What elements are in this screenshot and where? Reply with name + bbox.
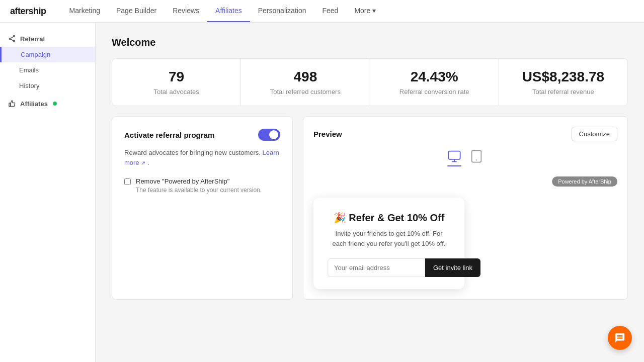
stat-value-conversion: 24.43%	[382, 69, 487, 85]
widget-input-row: Get invite link	[328, 258, 450, 277]
activate-card: Activate referral program Reward advocat…	[112, 116, 293, 300]
svg-point-1	[10, 38, 11, 40]
share-icon	[8, 35, 16, 43]
checkbox-text: Remove "Powered by AfterShip" The featur…	[136, 177, 262, 194]
stat-label-revenue: Total referral revenue	[511, 88, 615, 96]
preview-widget: 🎉 Refer & Get 10% Off Invite your friend…	[313, 198, 464, 289]
nav-affiliates[interactable]: Affiliates	[207, 0, 250, 22]
stat-label-referred: Total referred customers	[253, 88, 357, 96]
activate-title: Activate referral program	[124, 131, 214, 139]
stat-value-referred: 498	[253, 69, 357, 85]
checkbox-label: Remove "Powered by AfterShip"	[136, 177, 262, 185]
customize-button[interactable]: Customize	[572, 127, 617, 141]
stat-value-revenue: US$8,238.78	[511, 69, 615, 85]
activate-description: Reward advocates for bringing new custom…	[124, 148, 280, 167]
sidebar-item-emails[interactable]: Emails	[0, 62, 95, 78]
nav-personalization[interactable]: Personalization	[250, 0, 314, 22]
stat-value-advocates: 79	[124, 69, 228, 85]
svg-rect-5	[9, 103, 11, 107]
sidebar: Referral Campaign Emails History Affilia…	[0, 23, 96, 362]
nav-marketing[interactable]: Marketing	[61, 0, 108, 22]
external-link-icon: ↗	[141, 160, 145, 166]
nav-page-builder[interactable]: Page Builder	[108, 0, 165, 22]
nav-reviews[interactable]: Reviews	[165, 0, 207, 22]
activate-header: Activate referral program	[124, 129, 280, 141]
stat-label-advocates: Total advocates	[124, 88, 228, 96]
tablet-icon	[469, 149, 484, 163]
desktop-active-underline	[447, 165, 461, 166]
widget-description: Invite your friends to get 10% off. For …	[328, 229, 450, 248]
nav-more[interactable]: More ▾	[346, 0, 384, 22]
svg-line-4	[11, 39, 13, 41]
top-nav: aftership Marketing Page Builder Reviews…	[0, 0, 644, 23]
logo: aftership	[10, 6, 46, 17]
sidebar-item-history[interactable]: History	[0, 78, 95, 94]
stats-row: 79 Total advocates 498 Total referred cu…	[112, 58, 628, 106]
preview-title: Preview	[313, 130, 342, 138]
desktop-device-icon[interactable]	[447, 149, 461, 166]
checkbox-row: Remove "Powered by AfterShip" The featur…	[124, 177, 280, 194]
page-title: Welcome	[112, 37, 628, 48]
tablet-device-icon[interactable]	[469, 149, 484, 166]
affiliates-notification-dot	[53, 102, 57, 106]
widget-invite-button[interactable]: Get invite link	[425, 258, 480, 277]
svg-line-3	[11, 37, 13, 38]
sidebar-referral-group[interactable]: Referral	[0, 31, 95, 47]
stat-label-conversion: Referral conversion rate	[382, 88, 487, 96]
svg-point-0	[14, 36, 15, 37]
bottom-row: Activate referral program Reward advocat…	[112, 116, 628, 300]
toggle-slider	[258, 129, 280, 141]
widget-title: 🎉 Refer & Get 10% Off	[328, 212, 450, 224]
thumbs-up-icon	[8, 100, 16, 108]
preview-content: Powered by AfterShip 🎉 Refer & Get 10% O…	[313, 176, 617, 289]
sidebar-item-campaign[interactable]: Campaign	[0, 47, 95, 62]
chat-button[interactable]	[608, 326, 632, 350]
activate-toggle[interactable]	[258, 129, 280, 141]
chat-icon	[614, 332, 625, 343]
svg-rect-6	[448, 151, 460, 159]
nav-feed[interactable]: Feed	[314, 0, 346, 22]
device-icons	[313, 149, 617, 166]
stat-total-advocates: 79 Total advocates	[112, 59, 241, 106]
svg-point-2	[14, 41, 15, 42]
layout: Referral Campaign Emails History Affilia…	[0, 23, 644, 362]
preview-header: Preview Customize	[313, 127, 617, 141]
remove-powered-by-checkbox[interactable]	[124, 178, 131, 185]
preview-widget-wrap: Powered by AfterShip 🎉 Refer & Get 10% O…	[313, 176, 617, 289]
main-content: Welcome 79 Total advocates 498 Total ref…	[96, 23, 644, 362]
sidebar-affiliates-group[interactable]: Affiliates	[0, 96, 95, 112]
powered-by-badge: Powered by AfterShip	[552, 176, 617, 187]
stat-conversion-rate: 24.43% Referral conversion rate	[370, 59, 499, 106]
stat-total-referred: 498 Total referred customers	[241, 59, 370, 106]
nav-links: Marketing Page Builder Reviews Affiliate…	[61, 0, 384, 22]
preview-card: Preview Customize	[303, 116, 628, 300]
checkbox-sublabel: The feature is available to your current…	[136, 187, 262, 194]
stat-total-revenue: US$8,238.78 Total referral revenue	[499, 59, 627, 106]
monitor-icon	[447, 149, 461, 163]
widget-email-input[interactable]	[328, 258, 425, 277]
chevron-down-icon: ▾	[372, 7, 376, 15]
sidebar-referral-section: Referral Campaign Emails History	[0, 31, 95, 94]
